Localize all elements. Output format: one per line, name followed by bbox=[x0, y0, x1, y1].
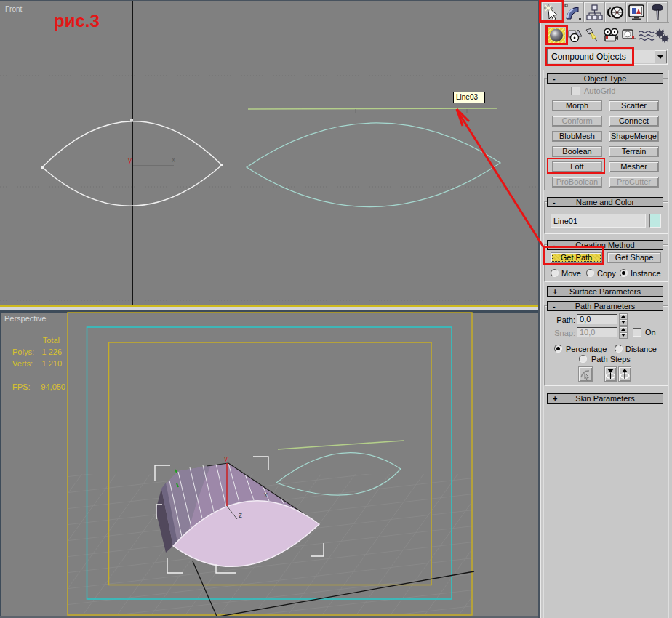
svg-text:y: y bbox=[128, 156, 132, 164]
svg-text:x: x bbox=[172, 156, 175, 164]
svg-text:y: y bbox=[224, 454, 228, 462]
svg-text:x: x bbox=[264, 491, 268, 499]
svg-text:z: z bbox=[239, 511, 242, 519]
